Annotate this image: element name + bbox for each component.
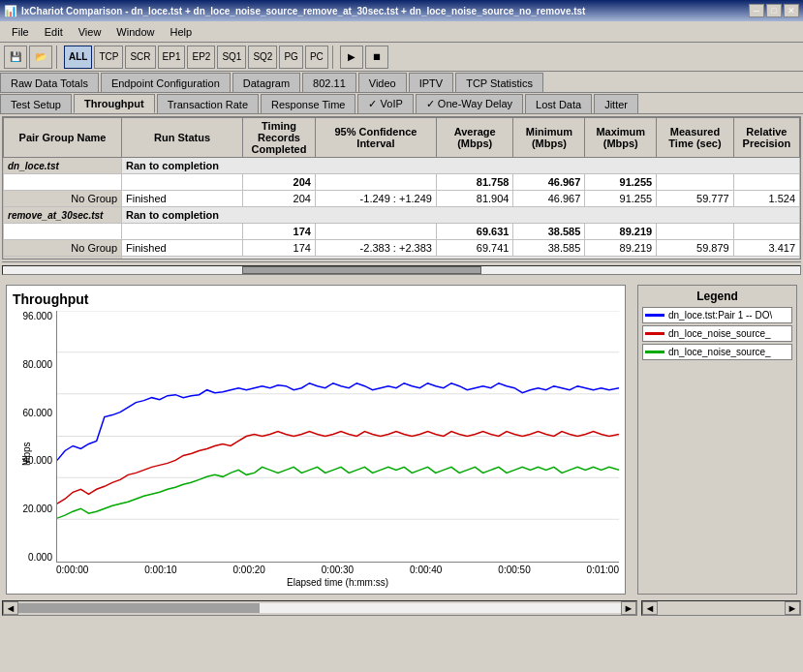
header-run-status: Run Status [122, 118, 243, 158]
toolbar-tcp[interactable]: TCP [94, 46, 123, 69]
toolbar-all[interactable]: ALL [64, 46, 92, 69]
table-row: no_remove.tst Ran to completion [4, 257, 800, 260]
x-label-20: 0:00:20 [233, 565, 265, 575]
y-label-0: 0.000 [28, 552, 52, 563]
toolbar-stop[interactable]: ⏹ [365, 46, 388, 69]
header-precision: Relative Precision [733, 118, 799, 158]
header-min: Minimum (Mbps) [513, 118, 585, 158]
legend-item-green[interactable]: dn_loce_noise_source_ [642, 344, 792, 360]
tab-endpoint[interactable]: Endpoint Configuration [101, 73, 231, 92]
legend-label-red: dn_loce_noise_source_ [668, 328, 771, 339]
tab-80211[interactable]: 802.11 [302, 73, 356, 92]
menu-window[interactable]: Window [108, 24, 162, 40]
toolbar: 💾 📂 ALL TCP SCR EP1 EP2 SQ1 SQ2 PG PC ▶ … [0, 43, 803, 72]
y-label-96: 96.000 [22, 311, 52, 321]
x-axis-label: Elapsed time (h:mm:ss) [56, 577, 619, 588]
data-table: Pair Group Name Run Status Timing Record… [3, 117, 800, 260]
x-label-30: 0:00:30 [322, 565, 354, 575]
legend-scroll-right[interactable]: ► [785, 601, 800, 615]
y-label-60: 60.000 [22, 408, 52, 418]
app-icon: 📊 [4, 5, 17, 17]
tab-throughput[interactable]: Throughput [74, 94, 155, 113]
chart-svg [56, 311, 619, 563]
legend-color-green [645, 351, 664, 353]
table-scrollbar[interactable] [2, 261, 801, 277]
title-bar: 📊 IxChariot Comparison - dn_loce.tst + d… [0, 0, 803, 21]
menu-bar: File Edit View Window Help [0, 21, 803, 43]
toolbar-sq1[interactable]: SQ1 [217, 46, 246, 69]
tab-row-2: Test Setup Throughput Transaction Rate R… [0, 93, 803, 114]
x-label-40: 0:00:40 [410, 565, 442, 575]
tab-tcp-stats[interactable]: TCP Statistics [455, 73, 543, 92]
table-row: remove_at_30sec.tst Ran to completion [4, 207, 800, 224]
maximize-button[interactable]: □ [766, 4, 782, 17]
table-row: 204 81.758 46.967 91.255 [4, 174, 800, 191]
toolbar-pg[interactable]: PG [279, 46, 302, 69]
menu-edit[interactable]: Edit [37, 24, 71, 40]
bottom-scrollbar[interactable]: ◄ ► [2, 600, 637, 616]
tab-video[interactable]: Video [358, 73, 407, 92]
toolbar-open[interactable]: 📂 [29, 46, 52, 69]
scroll-right-btn[interactable]: ► [621, 601, 636, 615]
toolbar-sq2[interactable]: SQ2 [248, 46, 277, 69]
tab-test-setup[interactable]: Test Setup [0, 94, 72, 113]
toolbar-run[interactable]: ▶ [340, 46, 363, 69]
chart-container: Throughput Mbps 96.000 80.000 60.000 40.… [6, 285, 626, 595]
legend-item-blue[interactable]: dn_loce.tst:Pair 1 -- DO\ [642, 307, 792, 323]
toolbar-save[interactable]: 💾 [4, 46, 27, 69]
legend-item-red[interactable]: dn_loce_noise_source_ [642, 325, 792, 342]
header-records: Timing Records Completed [243, 118, 316, 158]
tab-raw-data[interactable]: Raw Data Totals [0, 73, 99, 92]
window-title: IxChariot Comparison - dn_loce.tst + dn_… [21, 6, 585, 16]
chart-title: Throughput [13, 291, 619, 307]
header-max: Maximum (Mbps) [585, 118, 657, 158]
legend-title: Legend [642, 290, 792, 303]
legend-label-blue: dn_loce.tst:Pair 1 -- DO\ [668, 310, 772, 321]
close-button[interactable]: ✕ [784, 4, 799, 17]
minimize-button[interactable]: ─ [749, 4, 764, 17]
toolbar-scr[interactable]: SCR [125, 46, 155, 69]
legend-scrollbar[interactable]: ◄ ► [641, 600, 801, 616]
line-green [57, 467, 619, 518]
header-pair-group: Pair Group Name [4, 118, 122, 158]
toolbar-ep2[interactable]: EP2 [187, 46, 215, 69]
x-label-10: 0:00:10 [144, 565, 176, 575]
legend-panel: Legend dn_loce.tst:Pair 1 -- DO\ dn_loce… [637, 285, 797, 595]
x-label-0: 0:00:00 [56, 565, 88, 575]
tab-response[interactable]: Response Time [261, 94, 355, 113]
x-label-50: 0:00:50 [498, 565, 530, 575]
y-label-80: 80.000 [22, 359, 52, 370]
tab-datagram[interactable]: Datagram [232, 73, 300, 92]
toolbar-ep1[interactable]: EP1 [158, 46, 186, 69]
table-row: No Group Finished 174 -2.383 : +2.383 69… [4, 240, 800, 257]
x-label-60: 0:01:00 [587, 565, 619, 575]
tab-transaction[interactable]: Transaction Rate [157, 94, 259, 113]
tab-oneway[interactable]: ✓ One-Way Delay [416, 94, 523, 113]
toolbar-pc[interactable]: PC [305, 46, 328, 69]
y-axis-label: Mbps [21, 443, 32, 466]
tab-voip[interactable]: ✓ VoIP [357, 94, 413, 113]
menu-help[interactable]: Help [162, 24, 200, 40]
header-ci: 95% Confidence Interval [315, 118, 436, 158]
table-row: dn_loce.tst Ran to completion [4, 158, 800, 174]
line-blue [57, 383, 619, 461]
table-row: 174 69.631 38.585 89.219 [4, 224, 800, 240]
legend-color-red [645, 332, 664, 335]
legend-color-blue [645, 314, 664, 317]
menu-file[interactable]: File [4, 24, 37, 40]
menu-view[interactable]: View [71, 24, 109, 40]
legend-scroll-left[interactable]: ◄ [642, 601, 658, 615]
tab-iptv[interactable]: IPTV [409, 73, 453, 92]
y-label-20: 20.000 [22, 504, 52, 514]
legend-label-green: dn_loce_noise_source_ [668, 347, 771, 357]
tab-jitter[interactable]: Jitter [594, 94, 638, 113]
header-time: Measured Time (sec) [657, 118, 734, 158]
header-avg: Average (Mbps) [436, 118, 513, 158]
table-row: No Group Finished 204 -1.249 : +1.249 81… [4, 191, 800, 207]
scroll-left-btn[interactable]: ◄ [3, 601, 18, 615]
tab-row-1: Raw Data Totals Endpoint Configuration D… [0, 72, 803, 93]
tab-lostdata[interactable]: Lost Data [525, 94, 592, 113]
